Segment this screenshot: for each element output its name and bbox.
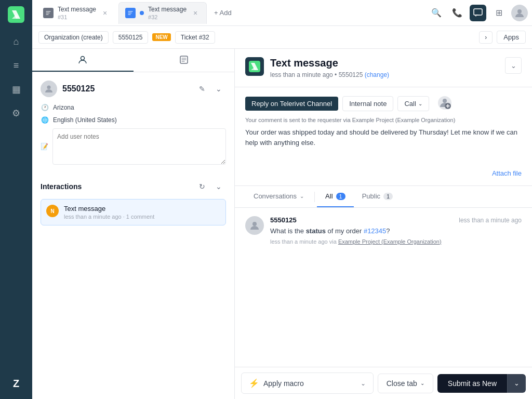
conversations-tab[interactable]: Conversations ⌄ — [245, 186, 312, 207]
call-label: Call — [404, 100, 416, 108]
interactions-section: Interactions ↻ ⌄ N Text message less tha… — [32, 179, 234, 234]
grid-icon[interactable]: ⊞ — [490, 5, 507, 21]
collapse-interactions-button[interactable]: ⌄ — [211, 179, 226, 194]
message-time: less than a minute ago — [459, 217, 522, 224]
avatar — [41, 81, 57, 97]
notes-icon: 📝 — [41, 142, 48, 151]
interaction-item[interactable]: N Text message less than a minute ago · … — [41, 199, 226, 225]
messages-area: 5550125 less than a minute ago What is t… — [235, 208, 532, 367]
ticket-breadcrumb[interactable]: Ticket #32 — [175, 31, 215, 44]
edit-user-button[interactable]: ✎ — [195, 82, 209, 96]
svg-rect-3 — [474, 9, 482, 15]
breadcrumb-right: › Apps — [479, 31, 526, 44]
message-text: What is the status of my order #12345? — [270, 226, 522, 236]
tab-title-31: Text message — [58, 6, 96, 14]
language-text: English (United States) — [53, 116, 117, 124]
attach-file-link[interactable]: Attach file — [492, 169, 522, 177]
message-text-pre: What is the — [270, 227, 306, 235]
message-item: 5550125 less than a minute ago What is t… — [245, 216, 522, 245]
bottom-toolbar: ⚡ Apply macro ⌄ Close tab ⌄ Submit as Ne… — [235, 367, 532, 399]
macro-icon: ⚡ — [249, 378, 259, 388]
ticket-dropdown-button[interactable]: ⌄ — [505, 57, 522, 74]
macro-label: Apply macro — [263, 379, 304, 388]
tab-indicator-32 — [140, 11, 144, 15]
reply-input[interactable]: Your order was shipped today and should … — [245, 127, 522, 164]
ticket-change-link[interactable]: (change) — [365, 71, 389, 78]
internal-note-button[interactable]: Internal note — [342, 96, 393, 111]
user-actions: ✎ ⌄ — [195, 82, 226, 96]
interactions-header: Interactions ↻ ⌄ — [41, 179, 226, 194]
chat-icon[interactable] — [470, 5, 486, 21]
reply-channel-note: Your comment is sent to the requester vi… — [245, 117, 522, 123]
tab-text-message-31[interactable]: Text message #31 × — [36, 2, 116, 24]
user-language: 🌐 English (United States) — [41, 116, 226, 124]
reports-icon[interactable]: ▦ — [6, 79, 26, 100]
user-notes-input[interactable] — [52, 128, 226, 165]
user-tab[interactable] — [32, 49, 134, 72]
tab-icon-31 — [43, 8, 54, 18]
apply-macro-button[interactable]: ⚡ Apply macro ⌄ — [241, 373, 374, 394]
public-tab[interactable]: Public 1 — [354, 186, 402, 207]
reply-footer: Attach file — [245, 169, 522, 177]
user-breadcrumb[interactable]: 5550125 — [113, 31, 149, 44]
message-text-mid: of my order — [326, 227, 364, 235]
conversations-tabs: Conversations ⌄ All 1 Public 1 — [235, 186, 532, 208]
reply-tabs: Reply on Telerivet Channel Internal note… — [245, 96, 522, 112]
sidebar: ⌂ ≡ ▦ ⚙ Z — [0, 0, 32, 399]
call-button[interactable]: Call ⌄ — [397, 96, 429, 111]
tabs-right: 🔍 📞 ⊞ — [428, 5, 528, 21]
svg-point-10 — [443, 99, 447, 103]
home-icon[interactable]: ⌂ — [6, 31, 26, 52]
message-order-link[interactable]: #12345 — [364, 227, 386, 235]
public-badge: 1 — [383, 193, 393, 200]
breadcrumb-arrow-btn[interactable]: › — [479, 31, 493, 44]
macro-chevron: ⌄ — [361, 380, 366, 387]
globe-icon: 🌐 — [41, 116, 49, 124]
conversations-label: Conversations — [254, 192, 297, 200]
apps-button[interactable]: Apps — [497, 31, 526, 44]
user-avatar-button[interactable] — [511, 5, 528, 21]
tab-close-31[interactable]: × — [100, 8, 110, 18]
interactions-actions: ↻ ⌄ — [195, 179, 226, 194]
tab-close-32[interactable]: × — [191, 8, 200, 18]
submit-button-group: Submit as New ⌄ — [437, 374, 526, 393]
user-location: 🕐 Arizona — [41, 103, 226, 112]
org-breadcrumb[interactable]: Organization (create) — [38, 31, 109, 44]
ticket-title: Text message — [270, 57, 499, 69]
reply-user-icon — [437, 96, 452, 112]
refresh-interactions-button[interactable]: ↻ — [195, 179, 209, 194]
interaction-info: Text message less than a minute ago · 1 … — [64, 205, 220, 220]
all-tab[interactable]: All 1 — [317, 186, 354, 207]
message-via-link[interactable]: Example Project (Example Organization) — [338, 238, 442, 245]
close-tab-button[interactable]: Close tab ⌄ — [378, 374, 433, 393]
expand-user-button[interactable]: ⌄ — [211, 82, 226, 96]
location-text: Arizona — [53, 104, 74, 111]
tab-sub-31: #31 — [58, 14, 96, 20]
settings-icon[interactable]: ⚙ — [6, 103, 26, 124]
submit-as-new-button[interactable]: Submit as New — [437, 374, 507, 393]
interaction-name: Text message — [64, 205, 220, 212]
zendesk-icon[interactable]: Z — [6, 373, 26, 394]
reply-area: Reply on Telerivet Channel Internal note… — [235, 87, 532, 186]
conv-divider — [314, 192, 315, 202]
reply-on-telerivet-button[interactable]: Reply on Telerivet Channel — [245, 97, 338, 111]
all-label: All — [325, 192, 332, 200]
ticket-logo — [245, 57, 264, 76]
svg-point-12 — [252, 222, 257, 226]
user-header: 5550125 ✎ ⌄ — [41, 81, 226, 97]
content-area: 5550125 ✎ ⌄ 🕐 Arizona 🌐 English (United … — [32, 49, 532, 399]
call-chevron: ⌄ — [418, 101, 422, 107]
submit-dropdown-button[interactable]: ⌄ — [507, 374, 526, 393]
left-panel-tabs — [32, 49, 234, 72]
message-via: less than a minute ago via Example Proje… — [270, 238, 522, 245]
logo[interactable] — [7, 5, 25, 24]
right-panel: Text message less than a minute ago • 55… — [235, 49, 532, 399]
info-tab[interactable] — [134, 49, 235, 72]
search-icon[interactable]: 🔍 — [428, 5, 445, 21]
tickets-icon[interactable]: ≡ — [6, 55, 26, 76]
conversations-chevron: ⌄ — [300, 193, 304, 199]
phone-icon[interactable]: 📞 — [449, 5, 466, 21]
add-tab-button[interactable]: + Add — [209, 6, 237, 20]
interaction-meta: less than a minute ago · 1 comment — [64, 214, 220, 220]
tab-text-message-32[interactable]: Text message #32 × — [118, 2, 207, 24]
